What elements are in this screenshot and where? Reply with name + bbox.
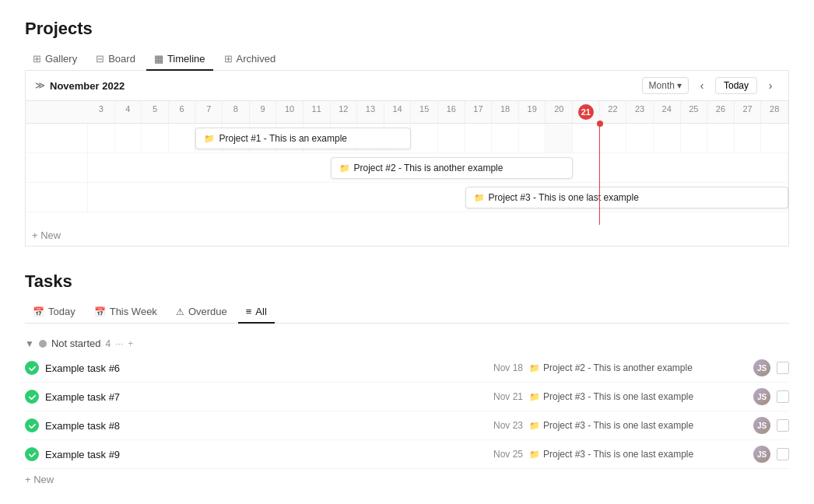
task-check-7[interactable] bbox=[25, 390, 39, 404]
date-15: 15 bbox=[411, 101, 438, 123]
prev-month-button[interactable]: ‹ bbox=[693, 77, 710, 94]
date-22: 22 bbox=[600, 101, 627, 123]
grid-cell bbox=[546, 124, 573, 152]
task-row-8: Example task #8 Nov 23 📁 Project #3 - Th… bbox=[25, 411, 789, 440]
today-button[interactable]: Today bbox=[715, 77, 757, 94]
task-complete-checkbox-8[interactable] bbox=[777, 419, 789, 432]
date-12: 12 bbox=[331, 101, 358, 123]
task-avatar-9: JS bbox=[753, 446, 770, 463]
grid-cell bbox=[438, 124, 465, 152]
tab-gallery[interactable]: ⊞ Gallery bbox=[25, 48, 85, 71]
today-tab-icon: 📅 bbox=[33, 306, 44, 317]
task-avatar-8: JS bbox=[753, 417, 770, 434]
grid-cell bbox=[654, 124, 681, 152]
group-expand-icon: ▼ bbox=[25, 338, 34, 349]
date-24: 24 bbox=[654, 101, 681, 123]
grid-cell bbox=[492, 124, 519, 152]
tab-this-week[interactable]: 📅 This Week bbox=[86, 301, 165, 324]
tab-board[interactable]: ⊟ Board bbox=[88, 48, 143, 71]
avatar-initials-8: JS bbox=[757, 422, 767, 430]
all-tab-label: All bbox=[255, 306, 266, 317]
task-group-not-started[interactable]: ▼ Not started 4 ··· + bbox=[25, 333, 789, 354]
add-task-row[interactable]: + New bbox=[25, 469, 789, 490]
grid-label-3 bbox=[26, 183, 88, 212]
date-3: 3 bbox=[88, 101, 115, 123]
timeline-bar-2[interactable]: 📁 Project #2 - This is another example bbox=[331, 157, 574, 179]
date-17: 17 bbox=[465, 101, 493, 123]
avatar-initials-9: JS bbox=[757, 450, 767, 459]
project-folder-icon-8: 📁 bbox=[529, 421, 540, 431]
timeline-month: ≫ November 2022 bbox=[35, 80, 125, 92]
grid-label-2 bbox=[26, 153, 88, 182]
task-name-9: Example task #9 bbox=[45, 449, 478, 460]
project-folder-icon-6: 📁 bbox=[529, 363, 540, 373]
date-20: 20 bbox=[546, 101, 573, 123]
chevron-down-icon: ▾ bbox=[677, 80, 682, 91]
grid-cell bbox=[142, 124, 169, 152]
task-date-9: Nov 25 bbox=[484, 449, 523, 460]
date-18: 18 bbox=[492, 101, 519, 123]
project-folder-icon-9: 📁 bbox=[529, 450, 540, 460]
grid-cell bbox=[519, 124, 546, 152]
tab-today[interactable]: 📅 Today bbox=[25, 301, 83, 324]
task-project-9: 📁 Project #3 - This is one last example bbox=[529, 449, 747, 460]
task-complete-checkbox-9[interactable] bbox=[777, 448, 789, 460]
date-10: 10 bbox=[276, 101, 303, 123]
timeline-header: ≫ November 2022 Month ▾ ‹ Today › bbox=[26, 71, 788, 101]
date-11: 11 bbox=[303, 101, 331, 123]
overdue-tab-label: Overdue bbox=[188, 306, 227, 317]
tab-archived[interactable]: ⊞ Archived bbox=[216, 48, 284, 71]
tab-timeline-label: Timeline bbox=[167, 53, 205, 65]
bar-label-2: Project #2 - This is another example bbox=[354, 163, 503, 173]
next-month-button[interactable]: › bbox=[762, 77, 779, 94]
check-icon-7 bbox=[28, 393, 37, 401]
task-complete-checkbox-7[interactable] bbox=[777, 390, 789, 403]
task-date-6: Nov 18 bbox=[484, 362, 523, 373]
task-avatar-7: JS bbox=[753, 388, 770, 405]
not-started-dot bbox=[39, 340, 47, 348]
task-check-8[interactable] bbox=[25, 418, 39, 432]
bar-folder-icon-1: 📁 bbox=[204, 134, 215, 144]
task-project-name-6: Project #2 - This is another example bbox=[543, 362, 693, 373]
check-icon-6 bbox=[28, 364, 37, 373]
date-6: 6 bbox=[169, 101, 196, 123]
tab-all[interactable]: ≡ All bbox=[238, 301, 275, 324]
tab-timeline[interactable]: ▦ Timeline bbox=[146, 48, 213, 71]
tasks-tabs: 📅 Today 📅 This Week ⚠ Overdue ≡ All bbox=[25, 301, 789, 324]
timeline-icon: ▦ bbox=[154, 53, 163, 65]
task-check-9[interactable] bbox=[25, 447, 39, 461]
month-btn-label: Month bbox=[649, 80, 675, 91]
today-circle: 21 bbox=[578, 104, 594, 120]
task-project-name-7: Project #3 - This is one last example bbox=[543, 391, 693, 402]
avatar-initials-6: JS bbox=[757, 364, 767, 373]
check-icon-8 bbox=[28, 422, 37, 430]
add-project-row[interactable]: + New bbox=[26, 225, 788, 246]
timeline-controls: Month ▾ ‹ Today › bbox=[642, 77, 779, 94]
today-line bbox=[599, 124, 600, 225]
today-tab-label: Today bbox=[48, 306, 75, 317]
overdue-tab-icon: ⚠ bbox=[176, 306, 184, 317]
grid-cell bbox=[115, 124, 142, 152]
timeline-bar-1[interactable]: 📁 Project #1 - This is an example bbox=[195, 128, 411, 149]
collapse-icon[interactable]: ≫ bbox=[35, 80, 45, 91]
group-more-icon[interactable]: ··· bbox=[115, 338, 123, 349]
avatar-initials-7: JS bbox=[757, 393, 767, 401]
tasks-title: Tasks bbox=[25, 271, 789, 292]
grid-cell bbox=[681, 124, 708, 152]
task-row-7: Example task #7 Nov 21 📁 Project #3 - Th… bbox=[25, 383, 789, 411]
timeline-container: ≫ November 2022 Month ▾ ‹ Today › 3 4 5 … bbox=[25, 71, 789, 247]
bar-label-1: Project #1 - This is an example bbox=[219, 133, 347, 144]
grid-cell bbox=[88, 124, 115, 152]
date-4: 4 bbox=[115, 101, 142, 123]
tab-overdue[interactable]: ⚠ Overdue bbox=[168, 301, 235, 324]
timeline-bar-3[interactable]: 📁 Project #3 - This is one last example bbox=[465, 187, 788, 208]
all-tab-icon: ≡ bbox=[246, 306, 252, 317]
date-5: 5 bbox=[142, 101, 169, 123]
month-view-button[interactable]: Month ▾ bbox=[642, 77, 689, 94]
bar-folder-icon-3: 📁 bbox=[474, 193, 485, 203]
task-check-6[interactable] bbox=[25, 361, 39, 375]
task-project-8: 📁 Project #3 - This is one last example bbox=[529, 420, 747, 431]
task-complete-checkbox-6[interactable] bbox=[777, 362, 789, 374]
task-name-6: Example task #6 bbox=[45, 362, 478, 374]
group-add-icon[interactable]: + bbox=[128, 338, 133, 349]
